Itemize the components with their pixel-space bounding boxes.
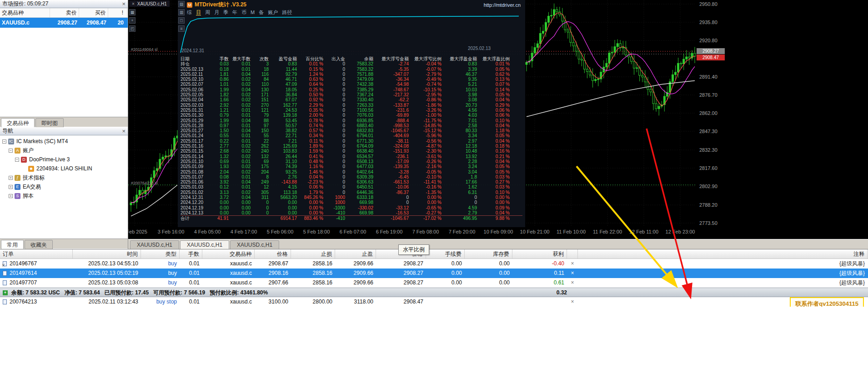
stats-cell: -11.75 % <box>409 118 442 123</box>
stats-cell: 2025.01.29 <box>181 118 209 123</box>
stats-cell: 0.01 <box>229 123 251 128</box>
nav-item[interactable]: +EEA交易 <box>0 182 128 191</box>
stats-cell: -1000 <box>323 205 345 210</box>
chart-tabstrip: XAUUSD.c,H1XAUUSD.c,H1XAUUSD.c,H1 <box>128 239 868 249</box>
stats-cell: -0.04 % <box>409 61 442 66</box>
stats-cell: -324.08 <box>373 144 409 149</box>
stats-url-link[interactable]: http://mtdriver.cn <box>484 2 521 8</box>
close-order-icon[interactable]: × <box>567 278 578 288</box>
stats-cell: 17.66 <box>442 179 477 184</box>
cell: 200764213 <box>0 297 73 307</box>
market-watch-row[interactable]: XAUUSD.c 2908.27 2908.47 20 <box>0 18 128 28</box>
stats-cell: 0.07 % <box>477 82 510 87</box>
cell <box>512 297 567 307</box>
cell: 2025.02.13 05:03:08 <box>73 278 141 288</box>
stats-cell: 2.77 <box>209 144 229 149</box>
stats-cell: 0.01 % <box>477 61 510 66</box>
stats-cell: 0.02 <box>229 92 251 97</box>
stats-cell: -1045.67 <box>373 216 409 220</box>
stats-cell: 2024.12.20 <box>181 200 209 205</box>
stats-row: 2025.01.030.120.01124.150.06 %06450.51-1… <box>181 184 522 189</box>
grid-icon[interactable]: ▦ <box>129 9 135 15</box>
stats-cell: 93.25 <box>269 169 297 174</box>
stats-cell: 0.01 <box>229 113 251 118</box>
stats-cell: 9.35 <box>442 77 477 82</box>
nav-item[interactable]: +S脚本 <box>0 191 128 200</box>
market-watch-titlebar[interactable]: 市场报价: 05:09:27 × <box>0 0 128 8</box>
nav-item[interactable]: +ƒ技术指标 <box>0 173 128 182</box>
stats-cell: 0 <box>323 92 345 97</box>
stats-cell: 1.89 % <box>297 144 323 149</box>
stats-cell: 0.04 <box>229 118 251 123</box>
stats-cell: 0 <box>323 144 345 149</box>
nav-item[interactable]: −DDooPrime-Live 3 <box>0 155 128 164</box>
time-axis-label: 3 Feb 2025 <box>128 229 154 234</box>
expand-icon[interactable]: + <box>9 194 13 198</box>
user-icon: ☻ <box>28 166 34 172</box>
stats-cell: 0.00 % <box>409 200 442 205</box>
crosshair-icon[interactable]: + <box>129 17 135 24</box>
terminal-col-header: 订单 <box>0 249 73 259</box>
nav-item-label: DooPrime-Live 3 <box>29 155 70 164</box>
stats-cell: 0.86 <box>209 77 229 82</box>
stats-cell: 110 <box>251 82 269 87</box>
stats-cell <box>251 216 269 220</box>
close-icon[interactable]: × <box>122 1 125 7</box>
stats-cell: 6936.85 <box>345 118 373 123</box>
stats-cell: 80.33 <box>442 128 477 133</box>
nav-item[interactable]: ☻2204934: LIAO SHILIN <box>0 164 128 173</box>
stats-cell: 2025.01.17 <box>181 139 209 144</box>
stats-cell: 305 <box>251 190 269 195</box>
close-order-icon[interactable]: × <box>567 259 578 269</box>
stats-cell: 2024.12.19 <box>181 205 209 210</box>
stats-cell: 0 <box>251 210 269 215</box>
stats-cell: -0.26 % <box>409 159 442 164</box>
close-icon[interactable]: × <box>122 128 125 134</box>
terminal-close-icon[interactable]: × <box>2 262 5 269</box>
nav-item[interactable]: −A账户 <box>0 146 128 155</box>
chart-tab-2[interactable]: XAUUSD.c,H1 <box>230 240 279 249</box>
expand-icon[interactable]: + <box>9 176 13 180</box>
collapse-icon[interactable]: − <box>9 149 13 153</box>
stats-cell: 151 <box>251 97 269 102</box>
pending-order-row-200764213[interactable]: 2007642132025.02.11 03:12:43buy stop0.01… <box>0 297 868 307</box>
chart-tab-1[interactable]: XAUUSD.c,H1 <box>180 240 229 249</box>
stats-cell: -3.28 <box>373 169 409 174</box>
expand-icon[interactable]: + <box>3 290 8 295</box>
expand-icon[interactable]: + <box>9 185 13 189</box>
stats-cell: 2025.01.24 <box>181 133 209 138</box>
stats-cell: 0.02 <box>229 77 251 82</box>
stats-cell: 0 <box>323 87 345 92</box>
stats-row: 合计41.916914.17883.46 %-410-1045.67-17.02… <box>181 215 522 220</box>
price-axis-label: 2935.80 <box>699 20 731 25</box>
stats-cell: 2025.02.07 <box>181 82 209 87</box>
zoom-icon[interactable]: ◰ <box>129 25 135 32</box>
close-icon[interactable]: × <box>132 1 135 6</box>
stats-cell: 6333.18 <box>345 195 373 200</box>
stats-cell: 2.79 <box>442 210 477 215</box>
order-row-201496767[interactable]: 2014967672025.02.13 04:55:10buy0.01xauus… <box>0 259 868 269</box>
collapse-icon[interactable]: − <box>15 158 19 162</box>
stats-cell: 0.01 <box>229 61 251 66</box>
stats-cell: 4.03 <box>442 113 477 118</box>
stats-cell: 11.44 <box>269 67 297 72</box>
stats-tool-icon-1[interactable]: ▤ <box>178 1 185 7</box>
collapse-icon[interactable]: − <box>2 139 6 144</box>
stats-cell: 0.97 <box>209 123 229 128</box>
delete-order-icon[interactable]: × <box>567 297 578 307</box>
stats-cell: 5663.20 <box>269 195 297 200</box>
navigator-titlebar[interactable]: 导航 × <box>0 127 128 135</box>
cell: 3118.00 <box>335 297 376 307</box>
order-row-201497707[interactable]: 2014977072025.02.13 05:03:08buy0.01xauus… <box>0 278 868 288</box>
stats-cell: 5.21 <box>442 82 477 87</box>
time-axis-label: 7 Feb 20:00 <box>443 229 481 234</box>
cell <box>426 297 465 307</box>
stats-col-header: 出入金 <box>323 56 345 61</box>
nav-item[interactable]: −ICIC Markets (SC) MT4 <box>0 137 128 146</box>
close-order-icon[interactable]: × <box>567 269 578 278</box>
chart-tab-0[interactable]: XAUUSD.c,H1 <box>130 240 179 249</box>
stats-cell: 3.98 <box>442 92 477 97</box>
order-row-201497614[interactable]: 2014976142025.02.13 05:02:19buy0.01xauus… <box>0 269 868 278</box>
stats-cell: 18 <box>251 67 269 72</box>
stats-cell: -2.23 % <box>297 179 323 184</box>
